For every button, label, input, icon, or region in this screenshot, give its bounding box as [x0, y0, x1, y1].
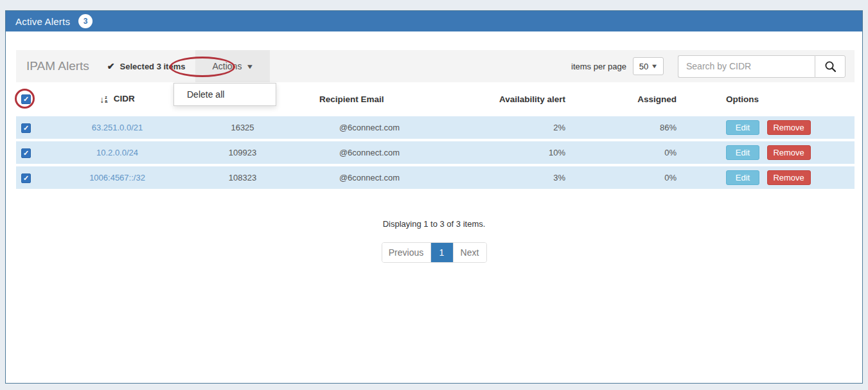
pagination-previous-button[interactable]: Previous — [382, 243, 431, 262]
row-checkbox[interactable]: ✓ — [21, 123, 31, 133]
alerts-table: ✓ ↓za CIDR Recipient Email Availability … — [16, 82, 855, 191]
dropdown-item-delete-all[interactable]: Delete all — [174, 84, 276, 105]
edit-button[interactable]: Edit — [726, 170, 759, 185]
column-header-assigned: Assigned — [585, 84, 697, 114]
edit-button[interactable]: Edit — [726, 120, 759, 135]
availability-alert-value: 10% — [459, 141, 585, 164]
row-checkbox[interactable]: ✓ — [21, 173, 31, 183]
availability-alert-value: 2% — [459, 116, 585, 139]
recipient-email: @6connect.com — [299, 141, 459, 164]
edit-button[interactable]: Edit — [726, 145, 759, 160]
column-header-email: Recipient Email — [299, 84, 459, 114]
cidr-link[interactable]: 1006:4567::/32 — [89, 173, 145, 182]
search-group — [678, 55, 846, 78]
assigned-value: 0% — [585, 141, 697, 164]
recipient-email: @6connect.com — [299, 166, 459, 189]
pagination-next-button[interactable]: Next — [453, 243, 486, 262]
pagination-group: Previous 1 Next — [382, 242, 487, 263]
alert-count-badge: 3 — [78, 14, 93, 28]
assigned-value: 86% — [585, 116, 697, 139]
search-input[interactable] — [678, 55, 815, 78]
select-all-checkbox[interactable]: ✓ — [21, 94, 31, 104]
pagination: Previous 1 Next — [6, 242, 862, 263]
table-row: ✓ 10.2.0.0/24 109923 @6connect.com 10% 0… — [16, 141, 855, 164]
panel-header: Active Alerts 3 — [6, 11, 862, 31]
recipient-email: @6connect.com — [299, 116, 459, 139]
assigned-value: 0% — [585, 166, 697, 189]
items-per-page-select[interactable]: 50 ▼ — [633, 57, 664, 75]
caret-down-icon: ▼ — [651, 63, 659, 69]
pagination-page-1-button[interactable]: 1 — [431, 243, 453, 262]
active-alerts-panel: Active Alerts 3 IPAM Alerts ✔ Selected 3… — [5, 10, 863, 384]
items-per-page-label: items per page — [571, 62, 626, 71]
actions-button[interactable]: Actions ▼ — [195, 50, 270, 82]
results-summary: Displaying 1 to 3 of 3 items. — [6, 219, 862, 229]
caret-down-icon: ▼ — [246, 63, 254, 70]
alert-id: 16325 — [186, 116, 299, 139]
items-per-page-value: 50 — [639, 62, 648, 71]
availability-alert-value: 3% — [459, 166, 585, 189]
sort-alpha-desc-icon[interactable]: ↓za — [100, 94, 107, 105]
check-icon: ✔ — [107, 61, 115, 71]
selection-status-label: Selected 3 items — [120, 62, 186, 71]
toolbar: IPAM Alerts ✔ Selected 3 items Actions ▼… — [16, 50, 855, 82]
search-icon — [824, 60, 837, 73]
remove-button[interactable]: Remove — [767, 170, 811, 185]
column-header-cidr[interactable]: CIDR — [114, 94, 135, 103]
alert-id: 108323 — [186, 166, 299, 189]
actions-button-label: Actions — [212, 61, 242, 71]
table-row: ✓ 1006:4567::/32 108323 @6connect.com 3%… — [16, 166, 855, 189]
page-title: Active Alerts — [15, 16, 70, 27]
alert-id: 109923 — [186, 141, 299, 164]
actions-dropdown-menu: Delete all — [173, 83, 276, 106]
table-header-row: ✓ ↓za CIDR Recipient Email Availability … — [16, 84, 855, 114]
selection-status: ✔ Selected 3 items — [107, 61, 186, 71]
section-title: IPAM Alerts — [26, 59, 89, 73]
cidr-link[interactable]: 10.2.0.0/24 — [96, 148, 138, 157]
row-checkbox[interactable]: ✓ — [21, 148, 31, 158]
column-header-availability: Availability alert — [459, 84, 585, 114]
cidr-link[interactable]: 63.251.0.0/21 — [92, 123, 143, 132]
search-button[interactable] — [815, 55, 846, 78]
column-header-options: Options — [697, 84, 855, 114]
table-row: ✓ 63.251.0.0/21 16325 @6connect.com 2% 8… — [16, 116, 855, 139]
remove-button[interactable]: Remove — [767, 145, 811, 160]
remove-button[interactable]: Remove — [767, 120, 811, 135]
